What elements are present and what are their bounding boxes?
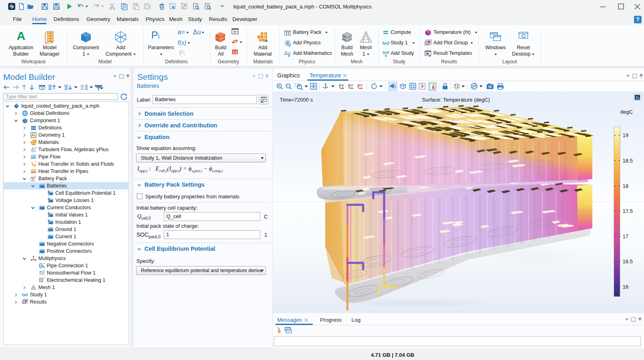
svg-text:D: D bbox=[48, 190, 50, 194]
svg-text:D: D bbox=[48, 197, 50, 201]
svg-text:xy: xy bbox=[341, 83, 344, 87]
svg-text:D: D bbox=[48, 212, 50, 215]
svg-text:xz: xz bbox=[359, 83, 363, 87]
svg-text:D: D bbox=[48, 219, 50, 223]
svg-text:Δu: Δu bbox=[284, 50, 291, 56]
svg-text:yz: yz bbox=[350, 83, 353, 87]
